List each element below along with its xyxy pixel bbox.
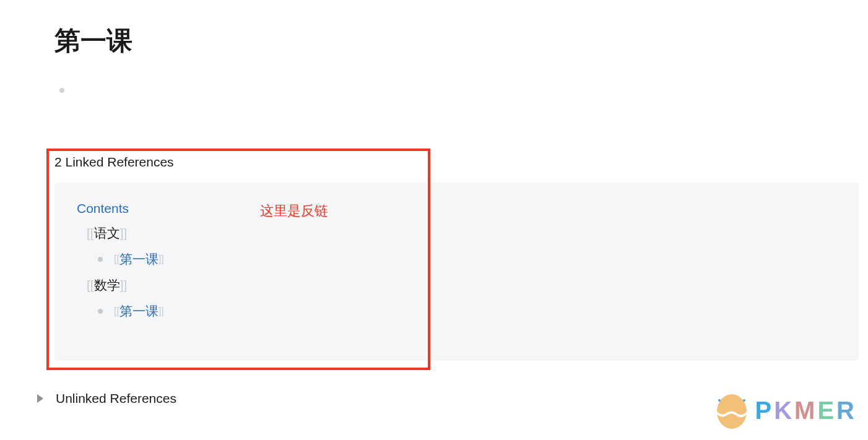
- pkmer-logo-icon: [716, 392, 748, 429]
- reference-subject-label: 语文: [94, 225, 120, 242]
- bracket-open-icon: [[: [114, 306, 119, 317]
- reference-subject-1[interactable]: [[ 语文 ]]: [87, 225, 836, 242]
- bullet-icon[interactable]: [98, 257, 103, 262]
- reference-list: [[ 语文 ]] [[ 第一课 ]] [[ 数学 ]] [[ 第一课 ]]: [87, 225, 836, 320]
- bullet-icon[interactable]: [98, 309, 103, 314]
- empty-bullet[interactable]: [59, 88, 64, 93]
- bracket-open-icon: [[: [87, 278, 94, 293]
- reference-link[interactable]: 第一课: [119, 303, 158, 320]
- unlinked-references-label: Unlinked References: [56, 391, 176, 406]
- reference-item-1: [[ 第一课 ]]: [98, 251, 836, 268]
- reference-subject-2[interactable]: [[ 数学 ]]: [87, 277, 836, 294]
- reference-subject-label: 数学: [94, 277, 120, 294]
- watermark-text: PKMER: [755, 397, 857, 425]
- watermark: PKMER: [716, 392, 857, 429]
- reference-link[interactable]: 第一课: [119, 251, 158, 268]
- bracket-open-icon: [[: [114, 254, 119, 265]
- contents-link[interactable]: Contents: [77, 201, 836, 216]
- linked-references-panel: Contents [[ 语文 ]] [[ 第一课 ]] [[ 数学 ]] [[ …: [54, 183, 859, 361]
- bracket-close-icon: ]]: [120, 226, 128, 241]
- chevron-right-icon: [37, 394, 43, 403]
- bracket-close-icon: ]]: [158, 306, 164, 317]
- linked-references-heading[interactable]: 2 Linked References: [54, 155, 174, 170]
- page-title: 第一课: [54, 24, 868, 58]
- bracket-open-icon: [[: [87, 226, 94, 241]
- reference-item-2: [[ 第一课 ]]: [98, 303, 836, 320]
- annotation-text: 这里是反链: [260, 202, 328, 220]
- bracket-close-icon: ]]: [120, 278, 128, 293]
- unlinked-references-toggle[interactable]: Unlinked References: [37, 391, 176, 406]
- svg-point-1: [718, 399, 721, 402]
- svg-point-2: [743, 399, 745, 402]
- bracket-close-icon: ]]: [158, 254, 164, 265]
